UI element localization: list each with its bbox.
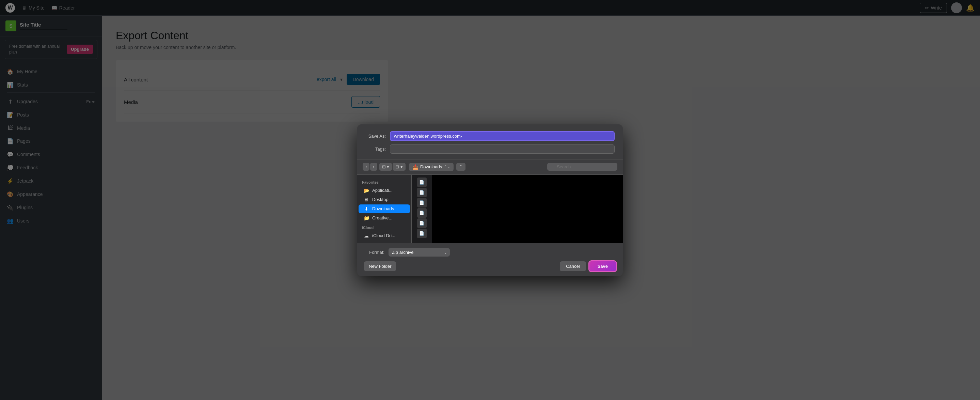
panel-item-desktop-icloud[interactable]: 🖥 Desktop [359, 241, 410, 243]
file-preview [432, 175, 623, 243]
panel-item-downloads[interactable]: ⬇ Downloads [359, 204, 410, 213]
creative-icon: 📁 [363, 215, 369, 221]
forward-button[interactable]: › [370, 163, 377, 171]
new-folder-button[interactable]: New Folder [364, 261, 396, 271]
format-row: Format: Zip archive Other formats [364, 248, 616, 257]
panel-item-label: iCloud Dri... [372, 233, 395, 238]
btn-group-right: Cancel Save [560, 261, 616, 271]
favorites-label: Favorites [357, 177, 411, 186]
file-item[interactable]: 📄 [417, 198, 427, 207]
files-list: 📄 📄 📄 📄 📄 📄 [412, 175, 432, 243]
panel-item-label: Downloads [372, 206, 394, 211]
location-dropdown[interactable]: 📥 Downloads ⌃⌄ [409, 163, 453, 171]
save-dialog: Save As: Tags: ‹ › ⊞ ▾ ⊟ ▾ 📥 Downloads ⌃… [357, 124, 623, 276]
save-button[interactable]: Save [589, 261, 616, 271]
dialog-sidebar: Favorites 📂 Applicati... 🖥 Desktop ⬇ Dow… [357, 175, 412, 243]
panel-item-applications[interactable]: 📂 Applicati... [359, 186, 410, 195]
format-select-wrap: Zip archive Other formats [388, 248, 450, 257]
back-button[interactable]: ‹ [363, 163, 369, 171]
downloads-icon: ⬇ [363, 206, 369, 212]
file-item[interactable]: 📄 [417, 208, 427, 218]
dialog-body: Favorites 📂 Applicati... 🖥 Desktop ⬇ Dow… [357, 175, 623, 243]
dialog-buttons: New Folder Cancel Save [364, 261, 616, 271]
location-label: Downloads [420, 164, 442, 169]
cancel-button[interactable]: Cancel [560, 261, 586, 271]
panel-item-icloud-drive[interactable]: ☁ iCloud Dri... [359, 231, 410, 240]
applications-icon: 📂 [363, 188, 369, 193]
file-item[interactable]: 📄 [417, 229, 427, 238]
file-item[interactable]: 📄 [417, 218, 427, 228]
downloads-folder-icon: 📥 [412, 164, 418, 170]
search-input[interactable] [547, 163, 617, 171]
dialog-header: Save As: Tags: [357, 124, 623, 159]
tags-row: Tags: [365, 145, 615, 154]
format-label: Format: [364, 250, 385, 255]
dialog-toolbar: ‹ › ⊞ ▾ ⊟ ▾ 📥 Downloads ⌃⌄ ⌃ [357, 159, 623, 175]
expand-button[interactable]: ⌃ [456, 163, 466, 171]
panel-item-label: Desktop [372, 197, 388, 202]
dialog-footer: Format: Zip archive Other formats New Fo… [357, 243, 623, 276]
panel-item-label: Applicati... [372, 188, 393, 193]
search-wrap [547, 163, 617, 171]
panel-item-desktop-fav[interactable]: 🖥 Desktop [359, 195, 410, 204]
format-select[interactable]: Zip archive Other formats [388, 248, 450, 257]
files-panel: 📄 📄 📄 📄 📄 📄 [412, 175, 623, 243]
grid-view-button[interactable]: ⊟ ▾ [393, 163, 406, 171]
save-as-row: Save As: [365, 131, 615, 141]
panel-item-label: Creative... [372, 215, 392, 220]
desktop-fav-icon: 🖥 [363, 197, 369, 202]
tags-label: Tags: [365, 147, 386, 151]
icloud-icon: ☁ [363, 233, 369, 239]
panel-item-creative[interactable]: 📁 Creative... [359, 214, 410, 223]
file-item[interactable]: 📄 [417, 177, 427, 187]
view-btn-group: ⊞ ▾ ⊟ ▾ [379, 163, 406, 171]
modal-overlay: Save As: Tags: ‹ › ⊞ ▾ ⊟ ▾ 📥 Downloads ⌃… [0, 0, 980, 400]
file-item[interactable]: 📄 [417, 188, 427, 197]
panel-item-label: Desktop [372, 242, 388, 243]
save-as-input[interactable] [390, 131, 615, 141]
save-as-label: Save As: [365, 134, 386, 139]
column-view-button[interactable]: ⊞ ▾ [379, 163, 392, 171]
location-chevrons: ⌃⌄ [444, 164, 450, 169]
tags-input[interactable] [390, 145, 615, 154]
nav-btn-group: ‹ › [363, 163, 377, 171]
desktop-icloud-icon: 🖥 [363, 242, 369, 243]
icloud-label: iCloud [357, 223, 411, 231]
